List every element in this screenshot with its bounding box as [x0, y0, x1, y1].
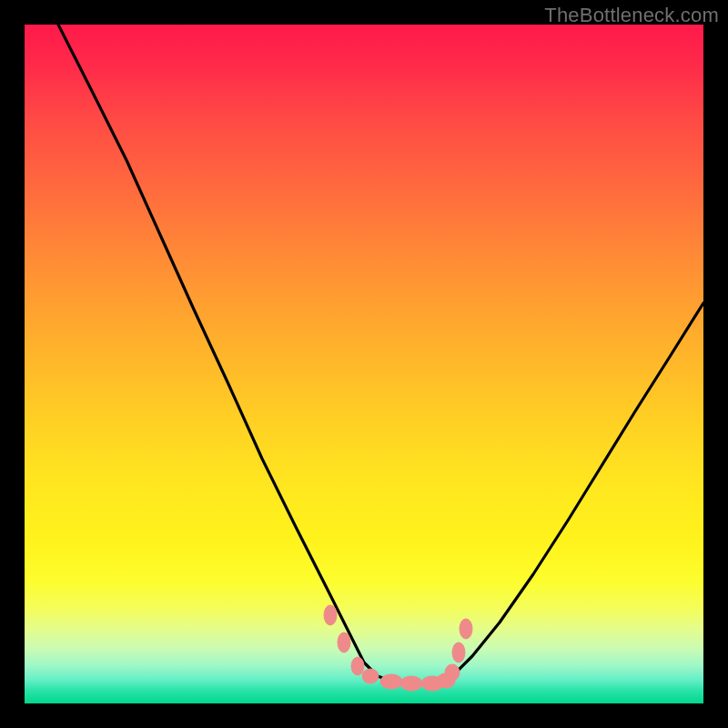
svg-point-8	[445, 664, 460, 681]
bottleneck-curve-svg	[25, 25, 703, 703]
watermark-text: TheBottleneck.com	[544, 4, 719, 27]
svg-point-9	[452, 642, 465, 662]
outer-frame: TheBottleneck.com	[0, 0, 728, 728]
svg-point-2	[351, 657, 364, 675]
plot-area	[25, 25, 703, 703]
trough-markers	[324, 605, 472, 691]
bottleneck-curve	[58, 25, 703, 683]
svg-point-1	[338, 632, 350, 652]
svg-point-3	[362, 669, 379, 683]
svg-point-0	[324, 605, 337, 625]
svg-point-10	[460, 619, 472, 639]
svg-point-4	[380, 674, 402, 689]
svg-point-5	[400, 676, 422, 691]
